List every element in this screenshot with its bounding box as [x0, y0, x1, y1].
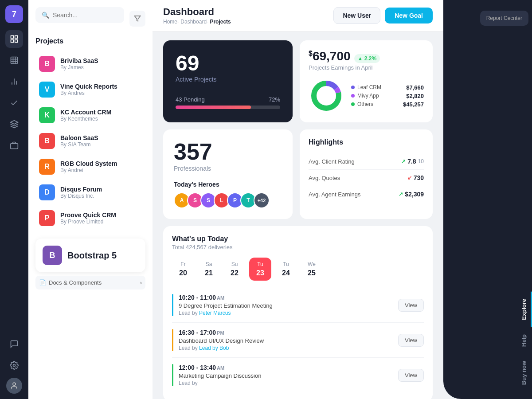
earnings-header: $69,700 ▲ 2.2% Projects Earnings in Apri…	[309, 49, 424, 71]
highlight-row: Avg. Agent Earnings ↗$2,309	[309, 186, 424, 202]
earnings-amount: $69,700	[309, 49, 351, 63]
breadcrumb-dashboard: Dashboard-	[180, 19, 210, 25]
legend-name: Mivy App	[351, 93, 379, 99]
search-input[interactable]	[53, 12, 118, 19]
nav-icon-grid[interactable]	[5, 51, 23, 69]
project-by: By James	[60, 64, 98, 70]
day-cell[interactable]: Fr 20	[172, 258, 194, 281]
view-event-button[interactable]: View	[398, 334, 424, 347]
highlight-name: Avg. Client Rating	[309, 158, 355, 165]
new-user-button[interactable]: New User	[333, 7, 380, 24]
day-cell[interactable]: Tu 24	[275, 258, 297, 281]
pending-text: 43 Pending	[176, 96, 205, 103]
sidebar: 🔍 Projects B Briviba SaaS By James V Vin…	[28, 0, 153, 399]
legend-value: $45,257	[403, 101, 424, 108]
highlights-list: Avg. Client Rating ↗7.8 10 Avg. Quotes ↙…	[309, 153, 424, 202]
docs-row[interactable]: 📄 Docs & Components ›	[35, 276, 145, 289]
new-goal-button[interactable]: New Goal	[385, 8, 433, 23]
day-name: Su	[231, 261, 238, 267]
calendar-title-block: What's up Today Total 424,567 deliveries	[172, 235, 233, 250]
project-info: Vine Quick Reports By Andres	[60, 83, 117, 96]
day-cell[interactable]: Su 22	[223, 258, 246, 281]
active-projects-label: Active Projects	[176, 76, 280, 83]
filter-button[interactable]	[129, 11, 145, 27]
project-name: KC Account CRM	[60, 109, 111, 116]
project-by: By SIA Team	[60, 141, 98, 148]
right-tab-buy-now[interactable]: Buy now	[517, 354, 532, 392]
project-item-briviba[interactable]: B Briviba SaaS By James	[35, 51, 145, 76]
pending-row: 43 Pending 72%	[176, 96, 280, 103]
project-logo: R	[39, 159, 55, 175]
nav-icon-bar-chart[interactable]	[5, 73, 23, 90]
active-projects-card: 69 Active Projects 43 Pending 72%	[163, 40, 293, 122]
project-item-vine[interactable]: V Vine Quick Reports By Andres	[35, 77, 145, 102]
nav-icon-layers[interactable]	[5, 115, 23, 133]
breadcrumb-home: Home-	[163, 19, 180, 25]
event-content: 16:30 - 17:00PM Dashboard UI/UX Design R…	[179, 329, 393, 351]
event-content: 10:20 - 11:00AM 9 Degree Project Estimat…	[179, 294, 393, 316]
right-tab-explore[interactable]: Explore	[517, 292, 532, 327]
svg-marker-16	[134, 16, 140, 21]
svg-rect-2	[11, 40, 14, 43]
view-event-button[interactable]: View	[398, 299, 424, 312]
project-info: Briviba SaaS By James	[60, 57, 98, 70]
view-event-button[interactable]: View	[398, 369, 424, 382]
day-name: Sa	[206, 261, 212, 267]
day-number: 24	[282, 269, 290, 277]
project-item-disqus[interactable]: D Disqus Forum By Disqus Inc.	[35, 180, 145, 205]
search-bar[interactable]: 🔍	[35, 7, 124, 23]
day-cell[interactable]: We 25	[301, 258, 323, 281]
project-info: RGB Cloud System By Andrei	[60, 160, 117, 173]
right-tab-help[interactable]: Help	[517, 327, 532, 354]
right-tabs: ExploreHelpBuy now	[517, 292, 532, 392]
left-navigation: 7	[0, 0, 28, 399]
nav-icon-settings[interactable]	[5, 356, 23, 374]
event-lead-link[interactable]: Peter Marcus	[199, 310, 231, 316]
svg-marker-12	[11, 121, 18, 124]
day-cell[interactable]: Tu 23	[249, 258, 271, 281]
earnings-legend: Leaf CRM $7,660 Mivy App $2,820 Others $…	[351, 84, 424, 108]
event-title: Dashboard UI/UX Design Review	[179, 337, 393, 344]
report-center-button[interactable]: Report Cecnter	[480, 11, 528, 26]
legend-item: Leaf CRM $7,660	[351, 84, 424, 91]
prof-label: Professionals	[174, 165, 282, 172]
day-cell[interactable]: Sa 21	[198, 258, 220, 281]
highlight-value: ↙730	[407, 174, 424, 181]
legend-name: Others	[351, 101, 373, 107]
project-item-kc[interactable]: K KC Account CRM By Keenthemes	[35, 103, 145, 128]
calendar-section: What's up Today Total 424,567 deliveries…	[163, 226, 433, 399]
bootstrap-card: B Bootstrap 5	[35, 239, 145, 272]
page-title: Dashboard	[163, 6, 231, 18]
project-by: By Andres	[60, 90, 117, 96]
nav-icon-check[interactable]	[5, 94, 23, 112]
project-by: By Keenthemes	[60, 116, 111, 122]
nav-icon-chat[interactable]	[5, 335, 23, 353]
user-avatar[interactable]	[6, 378, 22, 394]
earnings-badge: ▲ 2.2%	[354, 54, 380, 63]
day-number: 22	[231, 269, 239, 277]
event-title: Marketing Campaign Discussion	[179, 372, 393, 379]
event-lead-link[interactable]: Lead by Bob	[199, 345, 229, 351]
bootstrap-info: Bootstrap 5	[67, 250, 117, 261]
hero-avatar: +42	[254, 192, 270, 208]
active-projects-count: 69	[176, 53, 280, 74]
donut-row: Leaf CRM $7,660 Mivy App $2,820 Others $…	[309, 78, 424, 113]
docs-arrow: ›	[140, 279, 142, 286]
project-item-rgb[interactable]: R RGB Cloud System By Andrei	[35, 154, 145, 179]
event-title: 9 Degree Project Estimation Meeting	[179, 302, 393, 309]
breadcrumb-current: Projects	[210, 19, 231, 25]
event-time: 10:20 - 11:00AM	[179, 294, 393, 301]
top-cards: 69 Active Projects 43 Pending 72%	[163, 40, 433, 122]
project-item-proove[interactable]: P Proove Quick CRM By Proove Limited	[35, 206, 145, 231]
topbar-left: Dashboard Home- Dashboard- Projects	[163, 6, 231, 25]
day-number: 25	[308, 269, 316, 277]
project-item-baloon[interactable]: B Baloon SaaS By SIA Team	[35, 129, 145, 153]
heroes-section: Today's Heroes ASSLPT+42	[174, 181, 282, 208]
sidebar-title: Projects	[35, 37, 145, 45]
project-logo: P	[39, 210, 55, 226]
nav-icon-dashboard[interactable]	[5, 30, 23, 48]
professionals-card: 357 Professionals Today's Heroes ASSLPT+…	[163, 129, 293, 219]
app-version-badge[interactable]: 7	[5, 5, 23, 23]
nav-icon-briefcase[interactable]	[5, 137, 23, 154]
project-info: Proove Quick CRM By Proove Limited	[60, 211, 116, 225]
